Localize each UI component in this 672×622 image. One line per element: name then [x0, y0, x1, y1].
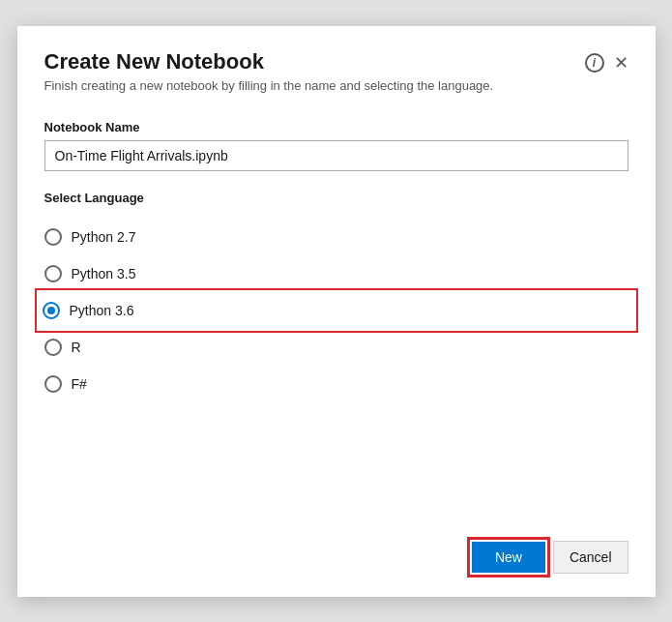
- radio-label-python35: Python 3.5: [72, 266, 136, 281]
- radio-fsharp[interactable]: F#: [44, 366, 628, 402]
- new-button[interactable]: New: [472, 542, 545, 573]
- info-icon[interactable]: i: [585, 53, 604, 73]
- select-language-label: Select Language: [44, 191, 628, 205]
- radio-label-python27: Python 2.7: [72, 229, 136, 245]
- dialog-title: Create New Notebook: [44, 49, 264, 74]
- radio-python27[interactable]: Python 2.7: [44, 219, 628, 255]
- dialog-subtitle: Finish creating a new notebook by fillin…: [44, 78, 628, 93]
- radio-label-python36: Python 3.6: [70, 303, 134, 318]
- dialog-footer: New Cancel: [44, 533, 628, 574]
- radio-label-fsharp: F#: [72, 376, 87, 392]
- notebook-name-input[interactable]: [44, 140, 628, 171]
- header-icons: i ✕: [585, 53, 628, 73]
- title-block: Create New Notebook: [44, 49, 264, 74]
- radio-python36[interactable]: Python 3.6: [39, 292, 634, 329]
- language-radio-group: Python 2.7 Python 3.5 Python 3.6 R F#: [44, 219, 628, 510]
- radio-circle-r: [44, 339, 62, 356]
- radio-inner-python36: [47, 307, 55, 314]
- radio-r[interactable]: R: [44, 329, 628, 366]
- radio-circle-python27: [44, 228, 62, 246]
- close-icon[interactable]: ✕: [614, 54, 628, 72]
- cancel-button[interactable]: Cancel: [553, 541, 628, 574]
- radio-python35[interactable]: Python 3.5: [44, 255, 628, 292]
- radio-label-r: R: [72, 340, 81, 355]
- radio-circle-python35: [44, 265, 62, 282]
- notebook-name-label: Notebook Name: [44, 120, 628, 134]
- create-notebook-dialog: Create New Notebook i ✕ Finish creating …: [17, 26, 656, 597]
- dialog-header: Create New Notebook i ✕: [44, 49, 628, 74]
- radio-circle-fsharp: [44, 375, 62, 393]
- radio-circle-python36: [43, 302, 60, 319]
